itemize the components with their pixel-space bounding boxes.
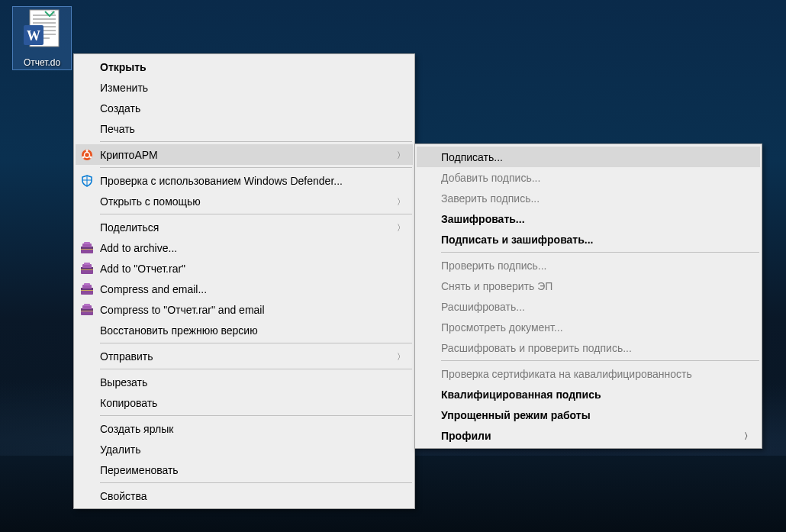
menu-send[interactable]: Отправить〉 [76, 346, 413, 366]
svg-rect-25 [84, 263, 90, 265]
submenu-sign[interactable]: Подписать... [417, 147, 760, 167]
menu-separator [100, 369, 412, 369]
svg-text:W: W [27, 28, 40, 44]
menu-properties[interactable]: Свойства [76, 485, 413, 506]
winrar-icon [79, 240, 95, 256]
submenu-profiles-label: Профили [441, 430, 491, 442]
menu-separator [100, 141, 412, 142]
menu-create-label: Создать [100, 102, 140, 114]
menu-edit[interactable]: Изменить [76, 77, 413, 98]
menu-cryptoarm[interactable]: КриптоАРМ 〉 [76, 144, 413, 165]
menu-compress-email[interactable]: Compress and email... [76, 279, 413, 299]
submenu-check-sign[interactable]: Проверить подпись... [417, 255, 760, 276]
menu-print[interactable]: Печать [76, 118, 413, 139]
submenu-sign-encrypt[interactable]: Подписать и зашифровать... [417, 229, 760, 250]
menu-copy[interactable]: Копировать [76, 392, 413, 413]
menu-rename[interactable]: Переименовать [76, 459, 413, 480]
submenu-cert-check-label: Проверка сертификата на кавалифицированн… [441, 368, 692, 380]
submenu-arrow-icon: 〉 [397, 195, 405, 207]
menu-open-label: Открыть [100, 61, 147, 73]
menu-add-to-rar-label: Add to "Отчет.rar" [100, 263, 185, 275]
svg-rect-2 [33, 18, 56, 20]
menu-restore[interactable]: Восстановить прежнюю версию [76, 320, 413, 340]
svg-rect-21 [81, 249, 93, 250]
submenu-view-doc[interactable]: Просмотреть документ... [417, 317, 760, 337]
context-menu-main: Открыть Изменить Создать Печать КриптоАР… [73, 53, 415, 509]
submenu-arrow-icon: 〉 [744, 430, 752, 441]
menu-cut-label: Вырезать [100, 376, 147, 389]
submenu-qualified[interactable]: Квалифицированная подпись [417, 384, 760, 405]
menu-separator [441, 252, 759, 253]
submenu-remove-check[interactable]: Снять и проверить ЭП [417, 276, 760, 296]
menu-open-with-label: Открыть с помощью [100, 195, 201, 208]
menu-separator [100, 214, 412, 214]
svg-rect-20 [84, 242, 90, 244]
svg-point-13 [82, 156, 85, 158]
word-document-icon: W [22, 8, 62, 56]
submenu-simple-mode[interactable]: Упрощенный режим работы [417, 405, 760, 425]
submenu-arrow-icon: 〉 [397, 221, 405, 233]
submenu-arrow-icon: 〉 [397, 149, 405, 160]
svg-rect-31 [81, 290, 93, 291]
submenu-add-sign[interactable]: Добавить подпись... [417, 167, 760, 188]
submenu-decrypt-check[interactable]: Расшифровать и проверить подпись... [417, 337, 760, 358]
context-menu-sub: Подписать... Добавить подпись... Заверит… [414, 143, 762, 449]
menu-rename-label: Переименовать [100, 464, 179, 476]
defender-icon [79, 173, 95, 189]
menu-open-with[interactable]: Открыть с помощью〉 [76, 191, 413, 211]
menu-open[interactable]: Открыть [76, 56, 413, 77]
menu-add-archive-label: Add to archive... [100, 242, 177, 254]
menu-defender-label: Проверка с использованием Windows Defend… [100, 175, 343, 187]
cryptoarm-icon [79, 147, 95, 163]
submenu-cert-check[interactable]: Проверка сертификата на кавалифицированн… [417, 363, 760, 384]
menu-compress-to-email-label: Compress to "Отчет.rar" and email [100, 304, 265, 316]
submenu-check-sign-label: Проверить подпись... [441, 260, 547, 272]
menu-add-to-rar[interactable]: Add to "Отчет.rar" [76, 258, 413, 279]
menu-add-archive[interactable]: Add to archive... [76, 237, 413, 258]
menu-defender[interactable]: Проверка с использованием Windows Defend… [76, 170, 413, 191]
menu-share-label: Поделиться [100, 221, 159, 234]
desktop-file-label: Отчет.do [14, 57, 69, 68]
submenu-view-doc-label: Просмотреть документ... [441, 321, 563, 334]
winrar-icon [79, 261, 95, 276]
submenu-sign-label: Подписать... [441, 151, 503, 163]
submenu-decrypt-label: Расшифровать... [441, 301, 525, 313]
menu-separator [100, 343, 412, 343]
submenu-profiles[interactable]: Профили〉 [417, 425, 760, 446]
menu-share[interactable]: Поделиться〉 [76, 217, 413, 237]
submenu-remove-check-label: Снять и проверить ЭП [441, 280, 552, 292]
submenu-encrypt[interactable]: Зашифровать... [417, 208, 760, 229]
menu-properties-label: Свойства [100, 490, 147, 502]
submenu-qualified-label: Квалифицированная подпись [441, 389, 601, 401]
menu-restore-label: Восстановить прежнюю версию [100, 324, 258, 337]
svg-point-14 [89, 156, 92, 158]
winrar-icon [79, 282, 95, 297]
submenu-simple-mode-label: Упрощенный режим работы [441, 409, 591, 421]
svg-rect-35 [84, 304, 90, 306]
submenu-add-sign-label: Добавить подпись... [441, 172, 540, 184]
svg-rect-26 [81, 269, 93, 270]
menu-shortcut-label: Создать ярлык [100, 423, 173, 435]
svg-rect-3 [33, 22, 56, 24]
winrar-icon [79, 302, 95, 318]
menu-copy-label: Копировать [100, 397, 157, 409]
submenu-decrypt-check-label: Расшифровать и проверить подпись... [441, 342, 632, 354]
menu-edit-label: Изменить [100, 82, 148, 94]
svg-rect-36 [81, 311, 93, 311]
submenu-certify-sign[interactable]: Заверить подпись... [417, 188, 760, 208]
submenu-arrow-icon: 〉 [397, 350, 405, 362]
menu-cryptoarm-label: КриптоАРМ [100, 149, 158, 161]
svg-point-12 [86, 150, 89, 152]
submenu-certify-sign-label: Заверить подпись... [441, 192, 540, 205]
desktop-file-icon[interactable]: W Отчет.do [12, 6, 72, 70]
menu-shortcut[interactable]: Создать ярлык [76, 418, 413, 439]
submenu-decrypt[interactable]: Расшифровать... [417, 296, 760, 317]
menu-delete[interactable]: Удалить [76, 439, 413, 459]
menu-create[interactable]: Создать [76, 98, 413, 118]
menu-separator [100, 415, 412, 416]
menu-compress-to-email[interactable]: Compress to "Отчет.rar" and email [76, 299, 413, 320]
menu-cut[interactable]: Вырезать [76, 372, 413, 392]
menu-delete-label: Удалить [100, 443, 140, 456]
menu-print-label: Печать [100, 123, 135, 135]
svg-rect-1 [33, 15, 56, 16]
